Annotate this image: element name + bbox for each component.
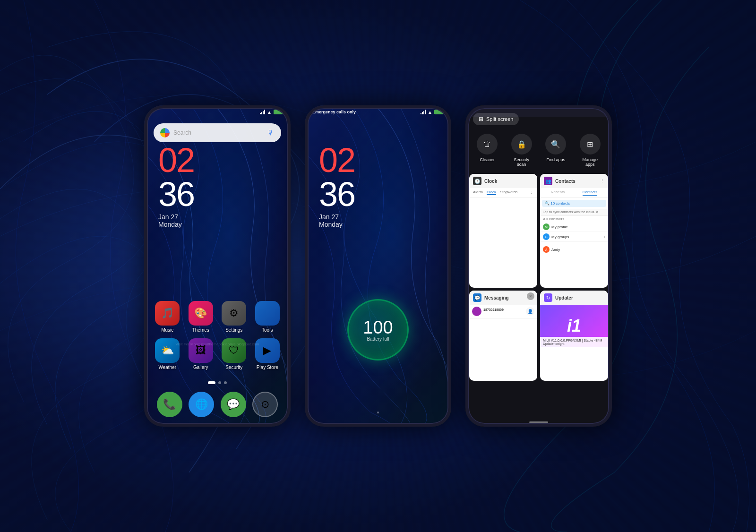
google-logo [160,128,170,137]
messaging-card-title: Messaging [484,295,509,300]
phone1-status-icons: ▲ [260,110,283,115]
contacts-more-dots[interactable]: ⋮ [600,179,604,183]
clock-more-icon[interactable]: ⋮ [530,190,533,195]
app-themes[interactable]: 🎨 Themes [187,301,215,333]
msg-action-icon[interactable]: 👤 [526,307,534,316]
phone3-recents: ⊞ Split screen 🗑 Cleaner 🔒 Securityscan … [465,105,612,427]
phones-container: ▲ Search 🎙 02 36 Jan 27 Monday [0,0,756,532]
app-tools[interactable]: Tools [254,301,282,333]
avatar-andy: A [543,246,550,253]
dock-browser[interactable]: 🌐 [189,392,214,417]
clock-date: Jan 27 Monday [158,213,194,228]
msg-number: 18730218809 [483,308,524,311]
clock-card-header: 🕐 Clock [469,174,537,188]
security-scan-action[interactable]: 🔒 Securityscan [511,134,532,167]
messaging-card[interactable]: 💬 Messaging 18730218809 ... 👤 [469,291,537,381]
updater-gradient-bg: i1 MIUI V11.0.6.0.PFGNXMI | Stable 484M … [540,305,608,347]
updater-card-body: i1 MIUI V11.0.6.0.PFGNXMI | Stable 484M … [540,305,608,347]
lock-day-text: Monday [319,221,343,228]
split-screen-button[interactable]: ⊞ Split screen [473,113,519,125]
page-dots [208,381,227,384]
dot-1 [208,381,215,384]
updater-card[interactable]: ↻ Updater i1 MIUI V11.0.6.0.PFGNXMI | St… [540,291,608,381]
contacts-card-header: 👥 Contacts ⋮ [540,174,608,188]
lock-hour: 02 [319,143,355,177]
phone1-home: ▲ Search 🎙 02 36 Jan 27 Monday [144,105,291,427]
messaging-card-body: 18730218809 ... 👤 [469,305,537,347]
messaging-close-btn[interactable]: ✕ [527,292,534,300]
emergency-text: Emergency calls only [312,110,356,114]
weather-label: Weather [158,365,176,370]
mic-icon: 🎙 [267,129,275,137]
contacts-all-section: All contacts [540,216,608,222]
app-music[interactable]: 🎵 Music [154,301,181,333]
contacts-card-icon: 👥 [544,177,552,185]
security-scan-icon: 🔒 [511,134,532,154]
clock-card-body: Alarm Clock Stopwatch ⋮ [469,188,537,245]
contacts-card[interactable]: 👥 Contacts ⋮ Recents Contacts 🔍 15 conta… [540,174,608,288]
google-search-bar[interactable]: Search 🎙 [154,123,281,142]
phone1-status-bar: ▲ [144,105,291,119]
dock: 📞 🌐 💬 ⊙ [154,392,281,417]
dock-messages[interactable]: 💬 [221,392,246,417]
lock-date-text: Jan 27 [319,213,339,221]
security-scan-label: Securityscan [514,157,529,167]
phone1-screen: ▲ Search 🎙 02 36 Jan 27 Monday [144,105,291,427]
home-clock: 02 36 Jan 27 Monday [158,143,194,228]
clock-card-icon: 🕐 [473,177,481,185]
msg-preview: ... [483,311,512,315]
contact-my-profile[interactable]: M My profile [540,222,608,232]
contacts-tabs: Recents Contacts [540,188,608,198]
battery-status-text: Battery full [367,336,389,342]
signal-icon [260,110,265,114]
phone2-status-bar: Emergency calls only ▲ [305,105,451,119]
dot-3 [224,381,227,384]
themes-icon: 🎨 [189,301,213,326]
lock-clock: 02 36 Jan 27 Monday [319,143,355,228]
contact-name: My profile [551,225,568,229]
messaging-thread: 18730218809 ... 👤 [469,305,537,318]
quick-actions: 🗑 Cleaner 🔒 Securityscan 🔍 Find apps ⊞ M… [470,134,607,167]
msg-avatar [472,307,481,316]
clock-tab-alarm[interactable]: Alarm [473,190,483,195]
clock-card-content [469,197,537,238]
clock-hour: 02 [158,143,194,177]
clock-card[interactable]: 🕐 Clock Alarm Clock Stopwatch ⋮ [469,174,537,288]
app-settings[interactable]: ⚙ Settings [220,301,248,333]
contacts-card-title: Contacts [555,179,576,184]
update-schedule: Update tonight [543,342,605,345]
contacts-extra: A Andy [540,245,608,254]
clock-tab-stopwatch[interactable]: Stopwatch [500,190,517,195]
phone2-screen: Emergency calls only ▲ 02 36 Jan 27 Mond… [305,105,451,427]
music-label: Music [161,327,173,333]
split-screen-label: Split screen [486,116,513,122]
lock-date: Jan 27 Monday [319,213,355,228]
cleaner-action[interactable]: 🗑 Cleaner [477,134,498,167]
music-icon: 🎵 [155,301,180,326]
wifi-icon: ▲ [267,110,272,115]
watermark: Visit For More: miuithemeboxiaomis.blogs… [176,342,259,346]
manage-apps-label: Manageapps [582,157,598,167]
clock-date-text: Jan 27 [158,213,178,221]
updater-card-icon: ↻ [544,293,552,302]
phone3-screen: ⊞ Split screen 🗑 Cleaner 🔒 Securityscan … [465,105,612,427]
recents-grid: 🕐 Clock Alarm Clock Stopwatch ⋮ [469,174,608,417]
tab-recents[interactable]: Recents [551,190,565,196]
clock-tab-clock[interactable]: Clock [487,190,496,195]
signal-icon-2 [421,110,426,114]
contacts-search[interactable]: 🔍 15 contacts [542,200,606,207]
cleaner-icon: 🗑 [477,134,498,154]
dock-phone[interactable]: 📞 [157,392,182,417]
updater-version-text: MIUI V11.0.6.0.PFGNXMI | Stable 484M Upd… [540,337,608,347]
find-apps-action[interactable]: 🔍 Find apps [545,134,566,167]
manage-apps-action[interactable]: ⊞ Manageapps [580,134,601,167]
messaging-card-icon: 💬 [473,293,481,302]
tab-contacts[interactable]: Contacts [583,190,598,196]
home-chevron[interactable]: ˄ [376,411,380,420]
contact-my-groups[interactable]: G My groups › [540,232,608,242]
contact-andy[interactable]: A Andy [540,245,608,254]
groups-arrow: › [604,235,605,239]
dock-camera[interactable]: ⊙ [252,392,278,417]
settings-icon: ⚙ [222,301,246,326]
recents-home-indicator[interactable] [529,421,548,423]
